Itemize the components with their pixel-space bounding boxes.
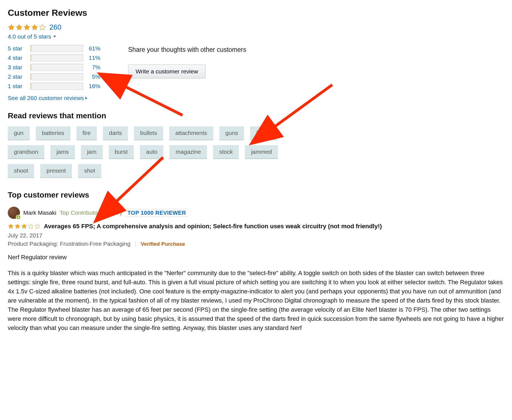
reviewer-name-link[interactable]: Mark Masaki — [23, 209, 56, 216]
histogram-pct: 11% — [87, 55, 100, 61]
keyword-pill[interactable]: attachments — [169, 126, 213, 140]
top-reviews-heading: Top customer reviews — [8, 191, 504, 199]
reviewer-byline: ★ Mark Masaki Top Contributor: Archery T… — [8, 207, 504, 219]
summary-stars — [8, 24, 46, 31]
review-date: July 22, 2017 — [8, 232, 504, 239]
review-meta: Product Packaging: Frustration-Free Pack… — [8, 240, 504, 247]
star-icon — [34, 223, 40, 229]
packaging-label: Product Packaging: Frustration-Free Pack… — [8, 240, 130, 247]
histogram-pct: 61% — [87, 45, 100, 52]
star-icon — [8, 223, 14, 229]
histogram-row[interactable]: 2 star 5% — [8, 73, 100, 80]
histogram-row[interactable]: 5 star 61% — [8, 45, 100, 52]
keyword-pill[interactable]: jams — [50, 145, 75, 159]
histogram-label: 1 star — [8, 83, 27, 89]
see-all-label: See all 260 customer reviews — [8, 95, 84, 101]
star-icon — [14, 223, 21, 229]
keyword-pill[interactable]: shot — [78, 164, 101, 178]
rating-summary: 260 — [8, 23, 504, 32]
keyword-pill[interactable]: batteries — [36, 126, 70, 140]
see-all-reviews-link[interactable]: See all 260 customer reviews — [8, 95, 87, 101]
separator: | — [135, 240, 136, 247]
histogram-row[interactable]: 4 star 11% — [8, 54, 100, 62]
histogram-bar — [31, 83, 83, 90]
star-icon — [16, 24, 23, 31]
top-reviewer-badge[interactable]: TOP 1000 REVIEWER — [126, 209, 187, 217]
review-intro: Nerf Regulator review — [8, 253, 504, 262]
rating-text-dropdown[interactable]: 4.0 out of 5 stars — [8, 33, 504, 40]
review-stars — [8, 223, 40, 229]
histogram-label: 5 star — [8, 45, 27, 52]
keyword-pill[interactable]: fire — [77, 126, 97, 140]
review-count-link[interactable]: 260 — [49, 23, 61, 32]
review-body: Nerf Regulator review This is a quirky b… — [8, 253, 504, 332]
histogram-pct: 7% — [87, 64, 100, 71]
keyword-pill[interactable]: guns — [219, 126, 244, 140]
histogram-pct: 16% — [87, 83, 100, 89]
keyword-pill[interactable]: shoot — [8, 164, 34, 178]
svg-line-0 — [121, 85, 183, 115]
keyword-pill[interactable]: barrel — [250, 126, 277, 140]
mentions-heading: Read reviews that mention — [8, 111, 504, 120]
keyword-pill[interactable]: darts — [103, 126, 128, 140]
keyword-pill[interactable]: stock — [213, 145, 239, 159]
histogram-label: 4 star — [8, 55, 27, 61]
star-icon — [31, 24, 38, 31]
histogram-bar — [31, 73, 83, 80]
keyword-pill[interactable]: grandson — [8, 145, 44, 159]
histogram-row[interactable]: 3 star 7% — [8, 64, 100, 71]
review-header: Averages 65 FPS; A comprehensive analysi… — [8, 223, 504, 230]
star-icon — [39, 24, 46, 31]
verified-purchase-badge[interactable]: Verified Purchase — [141, 241, 185, 247]
review-title-link[interactable]: Averages 65 FPS; A comprehensive analysi… — [44, 223, 382, 230]
histogram-pct: 5% — [87, 73, 100, 80]
histogram-bar — [31, 45, 83, 52]
histogram-bar — [31, 64, 83, 71]
star-icon — [23, 24, 31, 31]
keyword-pill[interactable]: jammed — [245, 145, 278, 159]
review-text: This is a quirky blaster which was much … — [8, 268, 504, 332]
keyword-pill[interactable]: jam — [81, 145, 103, 159]
chevron-right-icon — [85, 97, 87, 99]
keyword-list: gunbatteriesfiredartsbulletsattachmentsg… — [8, 126, 285, 178]
keyword-pill[interactable]: auto — [140, 145, 163, 159]
keyword-pill[interactable]: present — [40, 164, 72, 178]
avatar[interactable]: ★ — [8, 207, 20, 219]
rating-text: 4.0 out of 5 stars — [8, 33, 51, 40]
star-icon — [28, 223, 34, 229]
histogram-label: 2 star — [8, 73, 27, 80]
keyword-pill[interactable]: burst — [109, 145, 134, 159]
chevron-down-icon — [53, 36, 56, 37]
keyword-pill[interactable]: bullets — [134, 126, 163, 140]
avatar-badge-icon: ★ — [16, 215, 21, 220]
rating-histogram: 5 star 61% 4 star 11% 3 star 7% 2 star 5… — [8, 45, 100, 90]
histogram-bar — [31, 54, 83, 62]
customer-reviews-heading: Customer Reviews — [8, 8, 504, 18]
histogram-label: 3 star — [8, 64, 27, 71]
star-icon — [21, 223, 27, 229]
keyword-pill[interactable]: gun — [8, 126, 30, 140]
write-review-button[interactable]: Write a customer review — [128, 65, 206, 78]
histogram-row[interactable]: 1 star 16% — [8, 83, 100, 90]
svg-line-1 — [271, 85, 332, 129]
share-prompt: Share your thoughts with other customers — [128, 46, 246, 53]
keyword-pill[interactable]: magazine — [169, 145, 207, 159]
contributor-badge[interactable]: Top Contributor: Archery — [60, 209, 122, 216]
star-icon — [8, 24, 15, 31]
